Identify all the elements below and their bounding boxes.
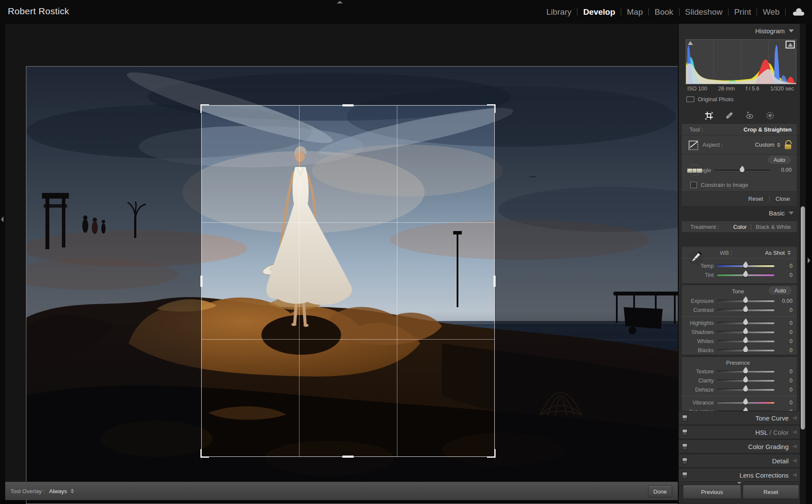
previous-button[interactable]: Previous [683, 485, 741, 499]
tone-auto-button[interactable]: Auto [769, 286, 792, 295]
temp-slider-thumb[interactable] [743, 263, 748, 268]
shadows-slider[interactable] [717, 331, 774, 333]
panel-toggle-icon[interactable] [682, 472, 687, 478]
blacks-slider[interactable] [717, 350, 774, 351]
collapse-triangle-icon[interactable] [789, 29, 794, 32]
panel-tone-curve[interactable]: Tone Curve [679, 411, 800, 425]
angle-slider-thumb[interactable] [740, 167, 744, 172]
cloud-sync-icon[interactable] [793, 9, 804, 16]
highlight-clipping-icon[interactable] [786, 41, 795, 48]
tool-overlay-dropdown-icon[interactable] [71, 489, 74, 493]
angle-slider[interactable] [715, 170, 770, 171]
treatment-bw-option[interactable]: Black & White [756, 224, 791, 230]
exposure-value[interactable]: 0.00 [774, 298, 793, 304]
crop-handle-top[interactable] [342, 104, 354, 106]
histogram-panel-header[interactable]: Histogram [679, 26, 794, 36]
left-panel-collapsed-strip[interactable] [0, 24, 5, 500]
panel-lens-corrections[interactable]: Lens Corrections [679, 468, 800, 482]
red-eye-tool-icon[interactable] [745, 111, 754, 120]
wb-select[interactable]: As Shot [765, 250, 791, 256]
top-panel-toggle-icon[interactable] [337, 1, 343, 3]
panel-toggle-icon[interactable] [682, 429, 687, 436]
panel-detail[interactable]: Detail [679, 454, 800, 468]
tool-overlay-select[interactable]: Always [49, 488, 67, 494]
crop-handle-left[interactable] [200, 276, 203, 287]
auto-straighten-button[interactable]: Auto [768, 156, 791, 164]
panel-toggle-icon[interactable] [682, 458, 687, 464]
dehaze-value[interactable]: 0 [774, 387, 793, 393]
treatment-color-option[interactable]: Color [733, 224, 747, 230]
shadows-value[interactable]: 0 [774, 329, 793, 335]
shadow-clipping-icon[interactable] [688, 41, 693, 45]
module-map[interactable]: Map [627, 7, 643, 17]
vibrance-slider[interactable] [717, 402, 774, 404]
module-book[interactable]: Book [654, 7, 673, 17]
shadows-slider-thumb[interactable] [743, 329, 748, 334]
exposure-slider-thumb[interactable] [743, 298, 748, 303]
aspect-select[interactable]: Custom [755, 141, 780, 148]
contrast-slider[interactable] [717, 309, 774, 311]
crop-reset-button[interactable]: Reset [748, 196, 763, 202]
module-print[interactable]: Print [734, 7, 751, 17]
module-slideshow[interactable]: Slideshow [685, 7, 723, 17]
texture-value[interactable]: 0 [774, 369, 793, 375]
temp-value[interactable]: 0 [774, 263, 793, 269]
blacks-value[interactable]: 0 [774, 347, 793, 353]
panel-expand-icon[interactable] [792, 430, 797, 434]
reset-button[interactable]: Reset [743, 485, 799, 499]
exposure-slider[interactable] [717, 300, 774, 302]
crop-close-button[interactable]: Close [776, 196, 790, 202]
whites-slider-thumb[interactable] [743, 338, 748, 343]
blacks-slider-thumb[interactable] [743, 347, 748, 352]
panel-expand-icon[interactable] [792, 445, 797, 449]
highlights-value[interactable]: 0 [774, 320, 793, 326]
vibrance-value[interactable]: 0 [774, 400, 793, 406]
whites-slider[interactable] [717, 340, 774, 342]
panel-hsl-color[interactable]: HSL / Color [679, 425, 800, 439]
constrain-checkbox[interactable] [690, 182, 697, 188]
clarity-slider[interactable] [717, 380, 774, 382]
panel-expand-icon[interactable] [792, 473, 797, 477]
highlights-slider[interactable] [717, 322, 774, 324]
crop-handle-bottom-left[interactable] [200, 449, 209, 458]
photo[interactable] [26, 66, 682, 504]
module-web[interactable]: Web [763, 7, 780, 17]
texture-slider[interactable] [717, 371, 774, 372]
original-photo-row[interactable]: Original Photo [686, 95, 733, 103]
tint-value[interactable]: 0 [774, 272, 793, 278]
panel-color-grading[interactable]: Color Grading [679, 440, 800, 453]
contrast-value[interactable]: 0 [774, 307, 793, 313]
dehaze-slider-thumb[interactable] [743, 387, 748, 392]
scrollbar-thumb[interactable] [801, 206, 805, 430]
dehaze-slider[interactable] [717, 389, 774, 391]
crop-handle-top-right[interactable] [487, 104, 496, 113]
panel-toggle-icon[interactable] [682, 443, 687, 450]
tint-slider-thumb[interactable] [743, 272, 748, 277]
whites-value[interactable]: 0 [774, 338, 793, 344]
texture-slider-thumb[interactable] [743, 369, 748, 373]
aspect-lock-icon[interactable] [784, 140, 793, 150]
crop-handle-bottom-right[interactable] [487, 449, 496, 458]
panel-toggle-icon[interactable] [682, 415, 687, 421]
crop-rectangle[interactable] [201, 105, 495, 457]
vibrance-slider-thumb[interactable] [743, 400, 748, 404]
basic-panel-header[interactable]: Basic [679, 207, 794, 219]
module-library[interactable]: Library [546, 7, 571, 17]
masking-tool-icon[interactable] [765, 111, 775, 120]
angle-value[interactable]: 0.00 [773, 167, 792, 173]
crop-overlay-tool-icon[interactable] [704, 111, 714, 120]
done-button[interactable]: Done [648, 485, 672, 498]
module-develop[interactable]: Develop [583, 7, 615, 17]
left-panel-toggle-icon[interactable] [1, 216, 3, 222]
histogram[interactable] [686, 39, 796, 84]
healing-brush-tool-icon[interactable] [725, 111, 734, 120]
basic-disclosure-icon[interactable] [789, 212, 794, 215]
crop-handle-right[interactable] [493, 276, 496, 287]
crop-handle-bottom[interactable] [342, 456, 354, 458]
panel-expand-icon[interactable] [792, 416, 797, 420]
tint-slider[interactable] [717, 274, 774, 276]
right-panel-toggle-icon[interactable] [808, 257, 810, 263]
crop-handle-top-left[interactable] [200, 104, 209, 113]
clarity-slider-thumb[interactable] [743, 378, 748, 382]
panel-resize-strip[interactable] [679, 482, 800, 485]
